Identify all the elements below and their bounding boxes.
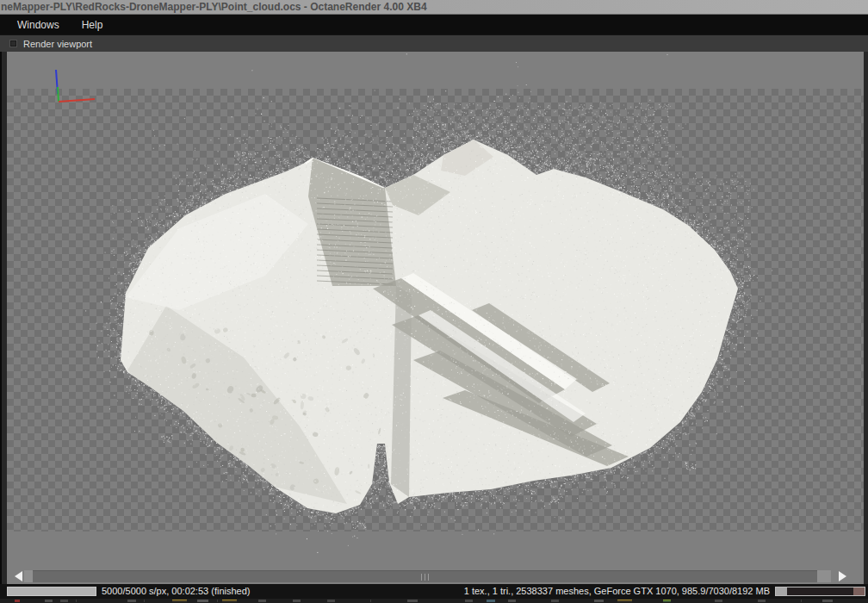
- toolbar-fragment: [617, 600, 632, 602]
- toolbar-fragment: [217, 600, 218, 602]
- gpu-status-text: 1 tex., 1 tri., 2538337 meshes, GeForce …: [464, 584, 770, 599]
- gpu-memory-reserved-segment: [853, 587, 865, 595]
- toolbar-fragment: [76, 600, 77, 602]
- gpu-memory-bar: [775, 587, 865, 596]
- menu-help[interactable]: Help: [77, 16, 108, 34]
- toolbar-fragment: [370, 600, 371, 602]
- viewport-tab-icon: [9, 40, 17, 47]
- point-cloud-render: [7, 52, 864, 569]
- scrollbar-grip-icon: [425, 574, 425, 581]
- toolbar-fragment: [407, 600, 418, 602]
- tab-render-viewport[interactable]: Render viewport: [0, 35, 92, 52]
- toolbar-fragment: [197, 600, 208, 602]
- toolbar-fragment: [758, 600, 766, 602]
- render-progress-bar: [7, 587, 96, 596]
- toolbar-fragment: [822, 600, 833, 602]
- scroll-right-button[interactable]: [833, 569, 852, 584]
- tab-bar: Render viewport: [0, 34, 868, 52]
- toolbar-fragment: [293, 600, 301, 602]
- toolbar-fragment: [127, 600, 136, 602]
- render-viewport[interactable]: [7, 52, 864, 569]
- horizontal-scrollbar: [7, 569, 864, 584]
- toolbar-fragment: [327, 600, 335, 602]
- gpu-memory-used-segment: [776, 587, 787, 595]
- toolbar-fragment: [45, 600, 53, 602]
- scrollbar-track[interactable]: [24, 570, 831, 582]
- window-titlebar[interactable]: neMapper-PLY\RedRocks-DroneMapper-PLY\Po…: [0, 0, 868, 15]
- scrollbar-row: [0, 569, 868, 584]
- window-title: neMapper-PLY\RedRocks-DroneMapper-PLY\Po…: [1, 1, 427, 13]
- toolbar-fragment: [663, 600, 671, 602]
- scroll-right-icon: [839, 571, 846, 581]
- toolbar-fragment: [15, 600, 20, 602]
- toolbar-fragment: [594, 600, 604, 602]
- toolbar-fragment: [508, 600, 516, 602]
- toolbar-fragment: [551, 600, 559, 602]
- menu-windows[interactable]: Windows: [12, 16, 65, 34]
- render-viewport-frame: [0, 52, 868, 569]
- toolbar-fragment: [144, 600, 145, 602]
- toolbar-fragment: [60, 600, 68, 602]
- toolbar-fragment: [487, 600, 495, 602]
- toolbar-fragment: [172, 600, 187, 602]
- render-progress-fill: [8, 587, 96, 595]
- toolbar-fragment: [715, 600, 722, 602]
- tab-render-viewport-label: Render viewport: [23, 39, 92, 49]
- status-bar: 5000/5000 s/px, 00:02:53 (finished) 1 te…: [0, 584, 868, 599]
- scrollbar-thumb[interactable]: [33, 570, 817, 582]
- toolbar-fragment: [801, 600, 802, 602]
- toolbar-fragment: [222, 600, 237, 602]
- scroll-left-icon: [15, 571, 22, 581]
- menu-bar: Windows Help: [0, 15, 868, 34]
- toolbar-fragment: [258, 600, 266, 602]
- clipped-toolbar-strip: [0, 599, 868, 603]
- octane-render-window: neMapper-PLY\RedRocks-DroneMapper-PLY\Po…: [0, 0, 868, 603]
- render-status-text: 5000/5000 s/px, 00:02:53 (finished): [102, 584, 250, 599]
- toolbar-fragment: [465, 600, 473, 602]
